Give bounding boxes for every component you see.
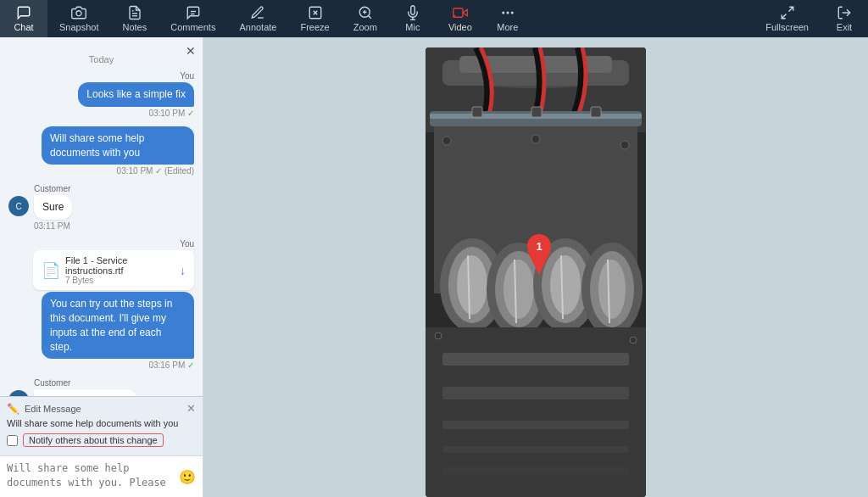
svg-point-46 xyxy=(442,137,451,145)
edit-label: Edit Message xyxy=(25,404,81,414)
sender-label: Customer xyxy=(34,184,70,193)
message-time: 03:11 PM xyxy=(34,221,70,231)
sender-label: You xyxy=(180,239,194,248)
svg-rect-55 xyxy=(591,107,601,117)
message-time: 03:10 PM ✓ xyxy=(148,109,194,118)
message-row: You Looks like a simple fix 03:10 PM ✓ xyxy=(8,71,194,118)
messages-list: Today You Looks like a simple fix 03:10 … xyxy=(0,37,203,396)
toolbar-more[interactable]: More xyxy=(484,0,531,37)
message-bubble: You can try out the steps in this docume… xyxy=(42,292,194,359)
file-name: File 1 - Service instructions.rtf xyxy=(65,255,175,276)
main-area: ✕ Today You Looks like a simple fix 03:1… xyxy=(0,37,868,497)
file-attachment[interactable]: 📄 File 1 - Service instructions.rtf 7 By… xyxy=(33,250,194,290)
svg-point-0 xyxy=(76,11,81,16)
svg-point-18 xyxy=(506,12,509,14)
svg-point-49 xyxy=(435,332,442,339)
video-panel: 1 xyxy=(203,37,868,497)
svg-point-19 xyxy=(511,12,514,14)
annotation-arrow-down xyxy=(527,251,551,275)
toolbar-fullscreen[interactable]: Fullscreen xyxy=(754,0,821,37)
toolbar-exit[interactable]: Exit xyxy=(821,0,868,37)
edit-header: ✏️ Edit Message ✕ xyxy=(7,402,196,415)
annotation-arrow: 1 xyxy=(527,234,551,282)
file-size: 7 Bytes xyxy=(65,276,175,285)
engine-image-container: 1 xyxy=(426,47,646,497)
avatar: C xyxy=(8,390,29,396)
message-bubble: Sure xyxy=(34,195,72,220)
download-icon[interactable]: ↓ xyxy=(180,264,186,277)
svg-rect-58 xyxy=(442,421,629,429)
toolbar-notes[interactable]: Notes xyxy=(110,0,159,37)
notify-checkbox[interactable] xyxy=(7,435,18,446)
message-time: 03:10 PM ✓ (Edited) xyxy=(117,166,194,176)
svg-rect-59 xyxy=(442,446,629,453)
message-input-area: 🙂 xyxy=(0,455,203,497)
toolbar-zoom[interactable]: Zoom xyxy=(342,0,389,37)
message-row: C Customer Sure 03:11 PM xyxy=(8,184,194,231)
svg-point-47 xyxy=(620,141,629,149)
toolbar-snapshot[interactable]: Snapshot xyxy=(47,0,110,37)
message-bubble: Okay, will try it now xyxy=(34,389,137,396)
message-input[interactable] xyxy=(7,461,174,492)
svg-rect-56 xyxy=(442,353,629,366)
message-row: Will share some help documents with you … xyxy=(8,126,194,176)
toolbar-freeze[interactable]: Freeze xyxy=(288,0,341,37)
message-row: You 📄 File 1 - Service instructions.rtf … xyxy=(8,239,194,370)
svg-rect-57 xyxy=(442,387,629,399)
svg-point-17 xyxy=(502,12,504,14)
toolbar: Chat Snapshot Notes Comments xyxy=(0,0,868,37)
avatar: C xyxy=(8,196,29,216)
svg-line-20 xyxy=(788,7,793,11)
svg-point-50 xyxy=(630,337,637,343)
message-time: 03:16 PM ✓ xyxy=(148,360,194,370)
svg-point-31 xyxy=(457,255,487,315)
edit-preview-text: Will share some help documents with you xyxy=(7,418,196,428)
sender-label: Customer xyxy=(34,378,70,388)
emoji-button[interactable]: 🙂 xyxy=(179,469,196,485)
edit-message-area: ✏️ Edit Message ✕ Will share some help d… xyxy=(0,396,203,455)
toolbar-annotate[interactable]: Annotate xyxy=(227,0,288,37)
svg-line-9 xyxy=(368,15,370,18)
close-edit-button[interactable]: ✕ xyxy=(186,402,196,415)
notify-label[interactable]: Notify others about this change xyxy=(23,433,164,447)
svg-rect-53 xyxy=(472,107,482,117)
message-bubble: Looks like a simple fix xyxy=(78,82,194,107)
toolbar-mic[interactable]: Mic xyxy=(389,0,437,37)
file-icon: 📄 xyxy=(42,261,60,280)
svg-rect-54 xyxy=(531,107,542,117)
svg-point-48 xyxy=(531,135,540,143)
chat-panel: ✕ Today You Looks like a simple fix 03:1… xyxy=(0,37,203,497)
notify-row: Notify others about this change xyxy=(7,433,196,447)
svg-rect-60 xyxy=(442,467,629,474)
message-row: C Customer Okay, will try it now 03:37 P… xyxy=(8,378,194,396)
svg-point-40 xyxy=(598,260,626,319)
toolbar-video[interactable]: Video xyxy=(437,0,484,37)
svg-marker-14 xyxy=(463,9,467,16)
toolbar-chat[interactable]: Chat xyxy=(0,0,47,37)
date-divider: Today xyxy=(8,54,194,64)
svg-line-21 xyxy=(782,14,786,19)
message-bubble: Will share some help documents with you xyxy=(42,126,194,165)
sender-label: You xyxy=(180,71,194,81)
svg-point-37 xyxy=(550,255,581,315)
close-chat-button[interactable]: ✕ xyxy=(186,44,196,58)
toolbar-comments[interactable]: Comments xyxy=(159,0,227,37)
